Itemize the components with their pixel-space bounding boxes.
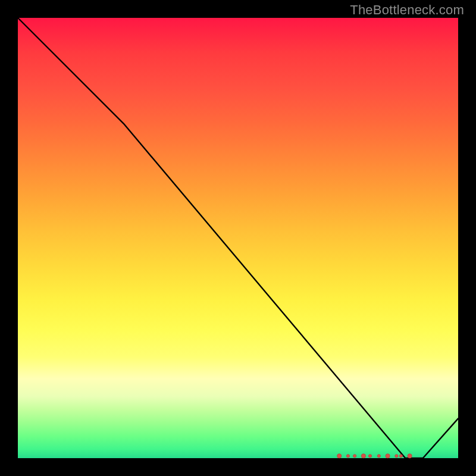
chart-container: TheBottleneck.com — [0, 0, 476, 476]
min-marker-dot — [377, 455, 380, 458]
min-marker-dot — [337, 454, 342, 458]
attribution-text: TheBottleneck.com — [350, 2, 464, 18]
min-marker-dot — [368, 455, 371, 458]
min-marker-dot — [386, 454, 390, 458]
chart-svg — [18, 18, 458, 458]
min-marker-dot — [399, 455, 402, 458]
minimum-markers — [337, 454, 412, 458]
min-marker-dot — [395, 455, 398, 458]
min-marker-dot — [346, 455, 349, 458]
min-marker-dot — [408, 454, 412, 458]
series-line — [18, 18, 458, 458]
min-marker-dot — [353, 455, 356, 458]
min-marker-dot — [361, 454, 365, 458]
